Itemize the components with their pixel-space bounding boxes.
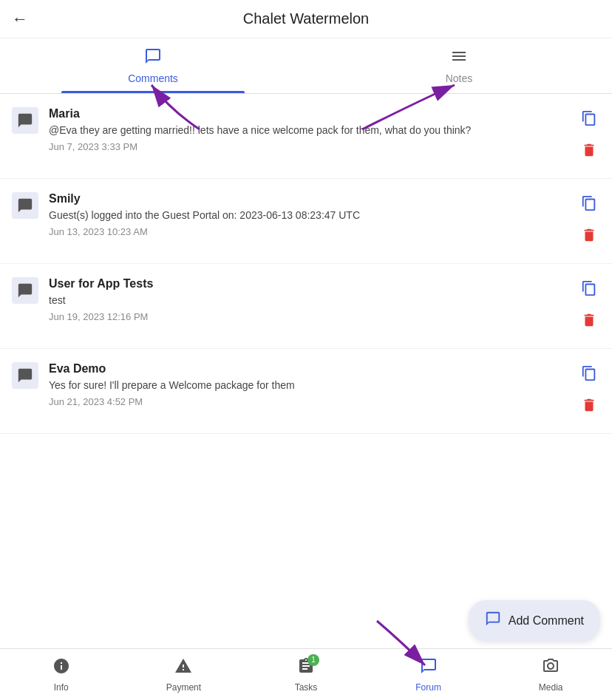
nav-item-info[interactable]: Info	[0, 649, 123, 700]
nav-item-forum[interactable]: Forum	[367, 649, 490, 700]
comment-actions	[578, 192, 600, 250]
comment-text: Yes for sure! I'll prepare a Welcome pac…	[49, 378, 568, 393]
avatar	[12, 362, 38, 389]
comment-body: Maria @Eva they are getting married!! le…	[49, 107, 568, 152]
tasks-badge: 1	[307, 654, 319, 666]
notes-tab-icon	[450, 47, 468, 69]
comment-date: Jun 19, 2023 12:16 PM	[49, 311, 568, 322]
comment-text: test	[49, 293, 568, 308]
nav-item-payment[interactable]: Payment	[123, 649, 245, 700]
comment-author: User for App Tests	[49, 277, 568, 290]
avatar	[12, 107, 38, 134]
comment-body: Smily Guest(s) logged into the Guest Por…	[49, 192, 568, 237]
nav-label-media: Media	[539, 682, 563, 693]
nav-item-tasks[interactable]: 1 Tasks	[245, 649, 367, 700]
comments-tab-label: Comments	[128, 72, 178, 84]
tab-comments[interactable]: Comments	[0, 38, 306, 93]
comment-date: Jun 13, 2023 10:23 AM	[49, 226, 568, 237]
add-comment-label: Add Comment	[509, 614, 584, 628]
tasks-icon: 1	[297, 657, 315, 679]
nav-label-payment: Payment	[166, 682, 201, 693]
forum-icon	[420, 657, 438, 679]
add-comment-icon	[485, 611, 501, 631]
tab-notes[interactable]: Notes	[306, 38, 612, 93]
nav-item-media[interactable]: Media	[489, 649, 612, 700]
payment-icon	[174, 657, 192, 679]
page-title: Chalet Watermelon	[243, 10, 369, 27]
delete-button[interactable]	[578, 394, 600, 420]
bottom-nav: Info Payment 1 Tasks Forum Media	[0, 648, 612, 700]
comment-author: Maria	[49, 107, 568, 120]
add-comment-button[interactable]: Add Comment	[469, 600, 600, 641]
comment-body: User for App Tests test Jun 19, 2023 12:…	[49, 277, 568, 322]
comment-author: Smily	[49, 192, 568, 205]
nav-label-tasks: Tasks	[295, 682, 318, 693]
comment-author: Eva Demo	[49, 362, 568, 376]
delete-button[interactable]	[578, 309, 600, 335]
copy-button[interactable]	[578, 277, 600, 303]
table-row: Maria @Eva they are getting married!! le…	[0, 94, 612, 179]
comment-date: Jun 21, 2023 4:52 PM	[49, 396, 568, 407]
comment-text: @Eva they are getting married!! lets hav…	[49, 123, 568, 138]
table-row: Eva Demo Yes for sure! I'll prepare a We…	[0, 349, 612, 434]
notes-tab-label: Notes	[446, 72, 473, 84]
table-row: User for App Tests test Jun 19, 2023 12:…	[0, 264, 612, 349]
comments-tab-icon	[144, 47, 162, 69]
avatar	[12, 277, 38, 304]
media-icon	[542, 657, 560, 679]
copy-button[interactable]	[578, 192, 600, 218]
comment-body: Eva Demo Yes for sure! I'll prepare a We…	[49, 362, 568, 407]
delete-button[interactable]	[578, 224, 600, 250]
avatar	[12, 192, 38, 219]
comment-text: Guest(s) logged into the Guest Portal on…	[49, 208, 568, 223]
comment-actions	[578, 277, 600, 335]
comment-actions	[578, 362, 600, 420]
header: ← Chalet Watermelon	[0, 0, 612, 38]
comment-actions	[578, 107, 600, 165]
copy-button[interactable]	[578, 362, 600, 388]
nav-label-forum: Forum	[415, 682, 441, 693]
delete-button[interactable]	[578, 139, 600, 165]
comment-date: Jun 7, 2023 3:33 PM	[49, 141, 568, 152]
table-row: Smily Guest(s) logged into the Guest Por…	[0, 179, 612, 264]
nav-label-info: Info	[54, 682, 69, 693]
comment-list: Maria @Eva they are getting married!! le…	[0, 94, 612, 652]
tabs-bar: Comments Notes	[0, 38, 612, 94]
copy-button[interactable]	[578, 107, 600, 133]
info-icon	[52, 657, 70, 679]
back-button[interactable]: ←	[12, 10, 28, 29]
